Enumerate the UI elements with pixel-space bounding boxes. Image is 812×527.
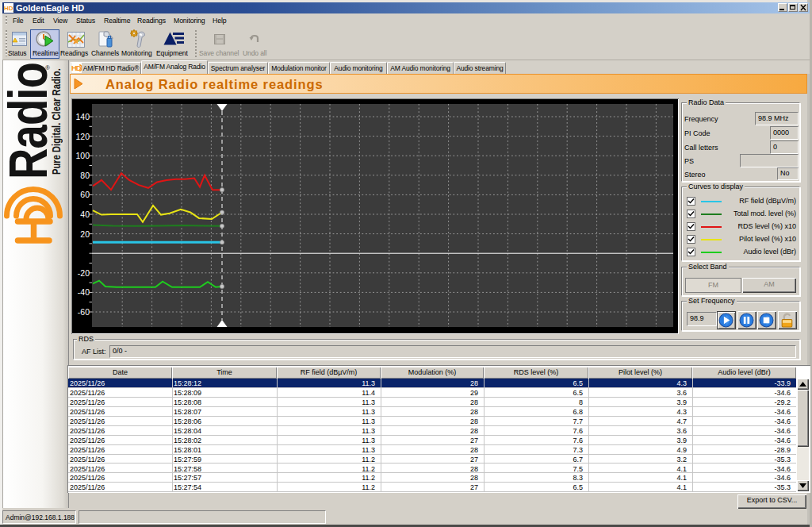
svg-text:-60: -60 [78,307,90,317]
svg-text:40: 40 [80,210,90,219]
svg-text:60: 60 [80,190,90,199]
svg-text:100: 100 [75,151,90,160]
svg-text:-40: -40 [78,287,90,297]
svg-text:120: 120 [75,132,90,141]
svg-text:HD): HD) [4,5,13,12]
svg-text:-20: -20 [78,268,90,278]
svg-text:140: 140 [75,112,90,121]
svg-text:80: 80 [80,171,90,180]
svg-text:20: 20 [80,229,90,239]
